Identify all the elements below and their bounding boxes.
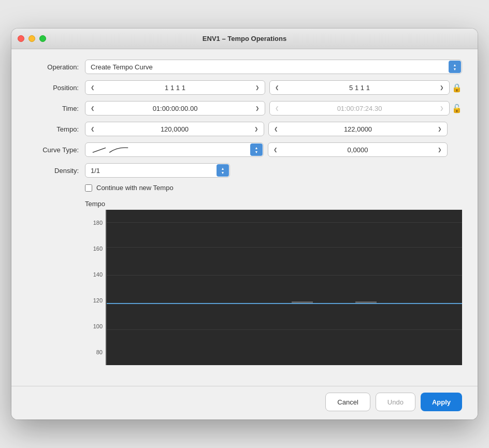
position-row: Position: ❮ 1 1 1 1 ❯ ❮ 5 1 1 1 ❯ 🔒	[27, 80, 462, 95]
tempo-segment-1	[292, 301, 313, 303]
maximize-button[interactable]	[39, 35, 46, 42]
minimize-button[interactable]	[28, 35, 35, 42]
curve-type-label: Curve Type:	[27, 146, 79, 154]
tempo-left-down[interactable]: ❮	[85, 122, 100, 136]
operation-row: Operation: Create Tempo Curve ▲ ▼	[27, 60, 462, 74]
position-left-down[interactable]: ❮	[85, 81, 100, 94]
chart-y-axis: 180 160 140 120 100 80	[85, 210, 106, 365]
curve-type-row: Curve Type: ▲ ▼ ❮ 0,0000 ❯	[27, 142, 462, 157]
time-lock-icon[interactable]: 🔓	[452, 104, 462, 113]
tempo-curve-line	[107, 303, 462, 304]
footer: Cancel Undo Apply	[11, 386, 478, 420]
density-label: Density:	[27, 167, 79, 175]
curve-type-right-field: ❮ 0,0000 ❯	[268, 142, 448, 157]
density-arrows-icon[interactable]: ▲ ▼	[217, 164, 229, 177]
y-label-80: 80	[85, 350, 103, 355]
y-label-120: 120	[85, 298, 103, 304]
position-right-down[interactable]: ❮	[270, 81, 284, 94]
tempo-right-up[interactable]: ❯	[433, 122, 447, 136]
gridline-5	[107, 329, 462, 330]
tempo-right-field: ❮ 122,0000 ❯	[268, 122, 448, 136]
tempo-label: Tempo:	[27, 125, 79, 133]
apply-button[interactable]: Apply	[421, 393, 462, 411]
tempo-left-up[interactable]: ❯	[249, 122, 264, 136]
chart-wrapper: 180 160 140 120 100 80	[85, 210, 462, 365]
y-label-140: 140	[85, 272, 103, 278]
y-label-100: 100	[85, 324, 103, 329]
continue-checkbox-row: Continue with new Tempo	[85, 184, 462, 192]
operation-label: Operation:	[27, 63, 79, 71]
tempo-right-value: 122,0000	[283, 125, 433, 133]
position-lock-icon[interactable]: 🔒	[452, 83, 462, 93]
close-button[interactable]	[18, 35, 24, 42]
curve-right-value: 0,0000	[283, 146, 433, 154]
time-right-field: ❮ 01:00:07:24.30 ❯	[269, 101, 450, 115]
chart-area[interactable]	[107, 210, 462, 365]
tempo-left-value: 120,0000	[100, 125, 249, 133]
position-right-value: 5 1 1 1	[284, 84, 435, 92]
tempo-row: Tempo: ❮ 120,0000 ❯ ❮ 122,0000 ❯	[27, 122, 462, 136]
curve-type-preview[interactable]	[85, 142, 264, 157]
time-right-down[interactable]: ❮	[270, 102, 284, 115]
gridline-3	[107, 275, 462, 276]
time-left-value: 01:00:00:00.00	[100, 105, 250, 112]
y-label-180: 180	[85, 220, 103, 226]
time-right-up[interactable]: ❯	[435, 102, 449, 115]
tempo-segment-2	[355, 301, 377, 303]
operation-select[interactable]: Create Tempo Curve	[85, 60, 462, 74]
undo-button[interactable]: Undo	[376, 393, 415, 411]
curve-right-down[interactable]: ❮	[268, 143, 283, 156]
curve-type-select-wrapper: ▲ ▼	[85, 142, 264, 157]
time-left-up[interactable]: ❯	[250, 102, 265, 115]
continue-checkbox[interactable]	[85, 184, 92, 192]
time-right-value: 01:00:07:24.30	[284, 105, 435, 112]
time-left-down[interactable]: ❮	[85, 102, 100, 115]
position-left-field: ❮ 1 1 1 1 ❯	[85, 80, 265, 95]
operation-arrows-icon[interactable]: ▲ ▼	[449, 61, 461, 73]
position-left-value: 1 1 1 1	[100, 84, 250, 92]
curve-type-arrows-icon[interactable]: ▲ ▼	[250, 143, 263, 156]
position-label: Position:	[27, 84, 79, 92]
curve-right-up[interactable]: ❯	[433, 143, 447, 156]
form-content: Operation: Create Tempo Curve ▲ ▼ Positi…	[11, 49, 478, 386]
traffic-lights	[18, 35, 46, 42]
y-label-160: 160	[85, 246, 103, 252]
continue-label[interactable]: Continue with new Tempo	[96, 184, 174, 192]
cancel-button[interactable]: Cancel	[325, 393, 370, 411]
position-left-up[interactable]: ❯	[250, 81, 265, 94]
density-select-wrapper: 1/1 ▲ ▼	[85, 163, 230, 178]
tempo-left-field: ❮ 120,0000 ❯	[85, 122, 264, 136]
position-right-field: ❮ 5 1 1 1 ❯	[269, 80, 450, 95]
tempo-chart-section: Tempo 180 160 140 120 100 80	[27, 200, 462, 365]
gridline-1	[107, 222, 462, 223]
operation-select-wrapper: Create Tempo Curve ▲ ▼	[85, 60, 462, 74]
curve-type-svg	[90, 145, 131, 154]
tempo-right-down[interactable]: ❮	[269, 122, 283, 136]
titlebar: ENV1 – Tempo Operations	[11, 28, 478, 49]
time-row: Time: ❮ 01:00:00:00.00 ❯ ❮ 01:00:07:24.3…	[27, 101, 462, 115]
chart-title: Tempo	[85, 200, 462, 208]
time-label: Time:	[27, 105, 79, 112]
position-right-up[interactable]: ❯	[435, 81, 449, 94]
gridline-2	[107, 247, 462, 248]
window-title: ENV1 – Tempo Operations	[203, 35, 286, 42]
density-row: Density: 1/1 ▲ ▼	[27, 163, 462, 178]
main-window: ENV1 – Tempo Operations Operation: Creat…	[11, 28, 478, 420]
time-left-field: ❮ 01:00:00:00.00 ❯	[85, 101, 265, 115]
density-select[interactable]: 1/1	[85, 163, 230, 178]
